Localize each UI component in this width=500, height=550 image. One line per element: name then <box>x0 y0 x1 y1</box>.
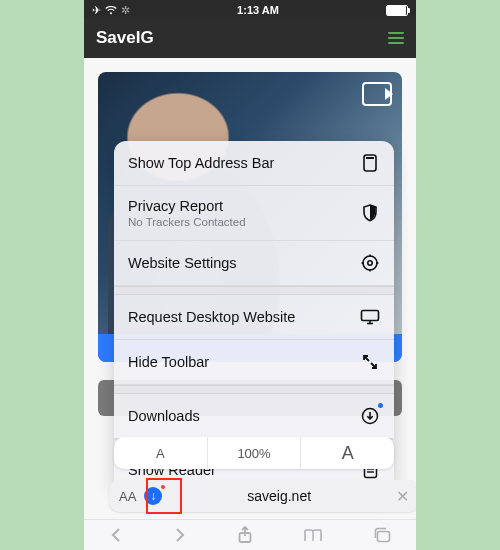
clock-time: 1:13 AM <box>237 4 279 16</box>
annotation-highlight <box>146 478 182 514</box>
menu-separator <box>114 385 394 394</box>
menu-label: Show Top Address Bar <box>128 155 274 171</box>
shield-half-icon <box>360 203 380 223</box>
svg-point-2 <box>363 256 377 270</box>
share-icon[interactable] <box>237 526 253 544</box>
menu-website-settings[interactable]: Website Settings <box>114 241 394 286</box>
loading-icon: ✲ <box>121 4 130 17</box>
menu-show-top-address-bar[interactable]: Show Top Address Bar <box>114 141 394 186</box>
svg-rect-8 <box>362 311 379 321</box>
phone-frame: ✈ ✲ 1:13 AM SaveIG Show Top Address Bar <box>84 0 416 550</box>
menu-hide-toolbar[interactable]: Hide Toolbar <box>114 340 394 385</box>
text-larger-button[interactable]: A <box>301 437 394 469</box>
hamburger-icon[interactable] <box>388 32 404 44</box>
expand-arrows-icon <box>360 352 380 372</box>
menu-privacy-report[interactable]: Privacy Report No Trackers Contacted <box>114 186 394 241</box>
aa-menu-button[interactable]: AA <box>119 489 136 504</box>
svg-point-3 <box>368 261 372 265</box>
back-icon[interactable] <box>109 527 123 543</box>
desktop-icon <box>360 307 380 327</box>
text-smaller-button[interactable]: A <box>114 437 208 469</box>
menu-label: Downloads <box>128 408 200 424</box>
battery-icon <box>386 5 408 16</box>
menu-separator <box>114 286 394 295</box>
menu-label: Request Desktop Website <box>128 309 295 325</box>
phone-top-icon <box>360 153 380 173</box>
menu-label: Website Settings <box>128 255 237 271</box>
download-circle-icon <box>360 406 380 426</box>
url-host: saveig.net <box>170 488 388 504</box>
bookmarks-icon[interactable] <box>303 528 323 543</box>
text-size-control: A 100% A <box>114 437 394 469</box>
video-camera-icon <box>362 82 392 106</box>
gear-icon <box>360 253 380 273</box>
forward-icon[interactable] <box>173 527 187 543</box>
site-brand: SaveIG <box>96 28 154 48</box>
airplane-icon: ✈ <box>92 4 101 17</box>
zoom-level-label[interactable]: 100% <box>208 437 302 469</box>
menu-downloads[interactable]: Downloads <box>114 394 394 439</box>
site-header: SaveIG <box>84 18 416 58</box>
status-bar: ✈ ✲ 1:13 AM <box>84 0 416 18</box>
svg-rect-1 <box>366 157 374 159</box>
tabs-icon[interactable] <box>373 527 391 543</box>
menu-label: Privacy Report <box>128 198 223 214</box>
wifi-icon <box>105 6 117 15</box>
menu-sublabel: No Trackers Contacted <box>128 216 246 228</box>
svg-rect-18 <box>378 532 390 542</box>
menu-request-desktop[interactable]: Request Desktop Website <box>114 295 394 340</box>
clear-icon[interactable]: ✕ <box>396 487 409 506</box>
browser-toolbar <box>84 519 416 550</box>
menu-label: Hide Toolbar <box>128 354 209 370</box>
